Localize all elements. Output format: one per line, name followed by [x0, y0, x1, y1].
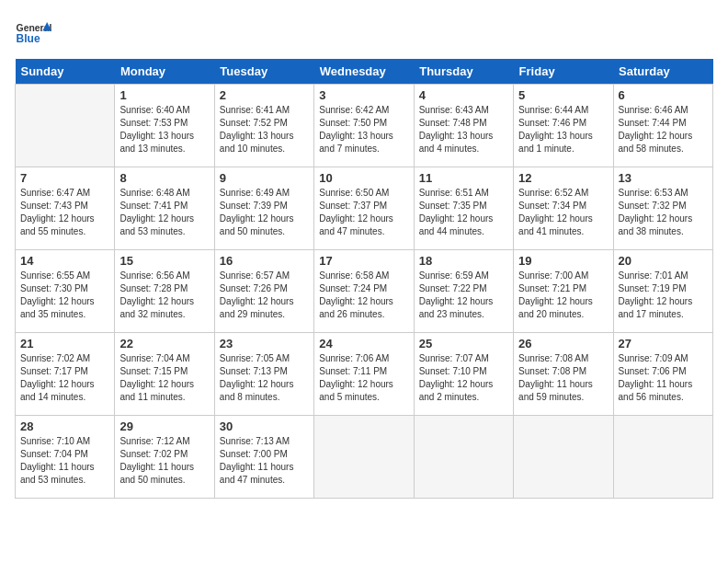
day-number: 4: [419, 88, 508, 102]
day-info: Sunrise: 6:43 AM Sunset: 7:48 PM Dayligh…: [419, 104, 508, 155]
daylight-text: Daylight: 12 hours and 47 minutes.: [319, 213, 408, 238]
day-number: 29: [119, 419, 209, 433]
sunrise-text: Sunrise: 7:06 AM: [319, 352, 408, 365]
day-number: 13: [619, 171, 708, 185]
sunrise-text: Sunrise: 6:42 AM: [319, 104, 408, 117]
day-info: Sunrise: 7:10 AM Sunset: 7:04 PM Dayligh…: [20, 435, 109, 487]
daylight-text: Daylight: 12 hours and 14 minutes.: [20, 378, 109, 404]
sunrise-text: Sunrise: 7:05 AM: [220, 352, 309, 365]
sunset-text: Sunset: 7:41 PM: [119, 200, 209, 213]
day-number: 18: [419, 254, 508, 268]
weekday-header-saturday: Saturday: [613, 59, 712, 85]
day-info: Sunrise: 6:47 AM Sunset: 7:43 PM Dayligh…: [20, 187, 109, 238]
calendar-cell: 5 Sunrise: 6:44 AM Sunset: 7:46 PM Dayli…: [514, 85, 613, 167]
calendar-row: 1 Sunrise: 6:40 AM Sunset: 7:53 PM Dayli…: [16, 85, 713, 167]
daylight-text: Daylight: 12 hours and 38 minutes.: [619, 213, 708, 238]
sunrise-text: Sunrise: 6:50 AM: [319, 187, 408, 200]
sunset-text: Sunset: 7:52 PM: [220, 117, 309, 130]
day-info: Sunrise: 6:53 AM Sunset: 7:32 PM Dayligh…: [619, 187, 708, 238]
day-info: Sunrise: 6:48 AM Sunset: 7:41 PM Dayligh…: [119, 187, 209, 238]
calendar-cell: 29 Sunrise: 7:12 AM Sunset: 7:02 PM Dayl…: [115, 416, 214, 499]
calendar-cell: 18 Sunrise: 6:59 AM Sunset: 7:22 PM Dayl…: [414, 250, 513, 333]
day-number: 2: [220, 88, 309, 102]
calendar-row: 14 Sunrise: 6:55 AM Sunset: 7:30 PM Dayl…: [16, 250, 713, 333]
sunrise-text: Sunrise: 6:44 AM: [518, 104, 608, 117]
sunrise-text: Sunrise: 7:10 AM: [20, 435, 109, 448]
day-info: Sunrise: 6:55 AM Sunset: 7:30 PM Dayligh…: [20, 270, 109, 321]
calendar-cell: 15 Sunrise: 6:56 AM Sunset: 7:28 PM Dayl…: [115, 250, 214, 333]
day-info: Sunrise: 6:41 AM Sunset: 7:52 PM Dayligh…: [220, 104, 309, 155]
daylight-text: Daylight: 13 hours and 10 minutes.: [220, 130, 309, 155]
sunrise-text: Sunrise: 7:02 AM: [20, 352, 109, 365]
weekday-header-sunday: Sunday: [16, 59, 115, 85]
daylight-text: Daylight: 13 hours and 7 minutes.: [319, 130, 408, 155]
calendar-cell: 3 Sunrise: 6:42 AM Sunset: 7:50 PM Dayli…: [314, 85, 414, 167]
sunset-text: Sunset: 7:00 PM: [220, 448, 309, 461]
sunset-text: Sunset: 7:06 PM: [619, 365, 708, 378]
calendar-cell: 8 Sunrise: 6:48 AM Sunset: 7:41 PM Dayli…: [115, 167, 214, 250]
calendar-cell: 6 Sunrise: 6:46 AM Sunset: 7:44 PM Dayli…: [613, 85, 712, 167]
sunrise-text: Sunrise: 6:51 AM: [419, 187, 508, 200]
calendar-cell: 26 Sunrise: 7:08 AM Sunset: 7:08 PM Dayl…: [514, 333, 613, 416]
day-info: Sunrise: 7:09 AM Sunset: 7:06 PM Dayligh…: [619, 352, 708, 404]
day-number: 20: [619, 254, 708, 268]
calendar-cell: [414, 416, 513, 499]
day-number: 7: [20, 171, 109, 185]
day-info: Sunrise: 6:42 AM Sunset: 7:50 PM Dayligh…: [319, 104, 408, 155]
sunset-text: Sunset: 7:15 PM: [119, 365, 209, 378]
sunrise-text: Sunrise: 6:53 AM: [619, 187, 708, 200]
sunset-text: Sunset: 7:48 PM: [419, 117, 508, 130]
calendar-cell: 12 Sunrise: 6:52 AM Sunset: 7:34 PM Dayl…: [514, 167, 613, 250]
weekday-header-friday: Friday: [514, 59, 613, 85]
day-number: 11: [419, 171, 508, 185]
sunrise-text: Sunrise: 6:46 AM: [619, 104, 708, 117]
calendar-cell: 21 Sunrise: 7:02 AM Sunset: 7:17 PM Dayl…: [16, 333, 115, 416]
day-number: 22: [119, 337, 209, 350]
calendar-cell: 23 Sunrise: 7:05 AM Sunset: 7:13 PM Dayl…: [214, 333, 313, 416]
day-number: 10: [319, 171, 408, 185]
day-number: 23: [220, 337, 309, 350]
daylight-text: Daylight: 12 hours and 50 minutes.: [220, 213, 309, 238]
sunset-text: Sunset: 7:24 PM: [319, 282, 408, 295]
daylight-text: Daylight: 12 hours and 35 minutes.: [20, 295, 109, 321]
daylight-text: Daylight: 12 hours and 58 minutes.: [619, 130, 708, 155]
weekday-header-monday: Monday: [115, 59, 214, 85]
sunset-text: Sunset: 7:26 PM: [220, 282, 309, 295]
sunset-text: Sunset: 7:02 PM: [119, 448, 209, 461]
day-info: Sunrise: 6:59 AM Sunset: 7:22 PM Dayligh…: [419, 270, 508, 321]
day-info: Sunrise: 6:46 AM Sunset: 7:44 PM Dayligh…: [619, 104, 708, 155]
sunset-text: Sunset: 7:32 PM: [619, 200, 708, 213]
day-number: 26: [518, 337, 608, 350]
sunset-text: Sunset: 7:17 PM: [20, 365, 109, 378]
sunrise-text: Sunrise: 7:01 AM: [619, 270, 708, 282]
page-header: General Blue: [15, 15, 713, 52]
calendar-cell: 24 Sunrise: 7:06 AM Sunset: 7:11 PM Dayl…: [314, 333, 414, 416]
daylight-text: Daylight: 12 hours and 55 minutes.: [20, 213, 109, 238]
day-number: 19: [518, 254, 608, 268]
daylight-text: Daylight: 12 hours and 5 minutes.: [319, 378, 408, 404]
weekday-header-thursday: Thursday: [414, 59, 513, 85]
day-info: Sunrise: 7:04 AM Sunset: 7:15 PM Dayligh…: [119, 352, 209, 404]
sunrise-text: Sunrise: 6:40 AM: [119, 104, 209, 117]
sunset-text: Sunset: 7:19 PM: [619, 282, 708, 295]
daylight-text: Daylight: 12 hours and 11 minutes.: [119, 378, 209, 404]
daylight-text: Daylight: 11 hours and 56 minutes.: [619, 378, 708, 404]
day-info: Sunrise: 7:08 AM Sunset: 7:08 PM Dayligh…: [518, 352, 608, 404]
day-number: 24: [319, 337, 408, 350]
sunrise-text: Sunrise: 6:41 AM: [220, 104, 309, 117]
sunrise-text: Sunrise: 6:58 AM: [319, 270, 408, 282]
sunset-text: Sunset: 7:13 PM: [220, 365, 309, 378]
daylight-text: Daylight: 12 hours and 8 minutes.: [220, 378, 309, 404]
daylight-text: Daylight: 12 hours and 2 minutes.: [419, 378, 508, 404]
calendar-cell: 17 Sunrise: 6:58 AM Sunset: 7:24 PM Dayl…: [314, 250, 414, 333]
day-number: 5: [518, 88, 608, 102]
sunrise-text: Sunrise: 6:59 AM: [419, 270, 508, 282]
calendar-row: 28 Sunrise: 7:10 AM Sunset: 7:04 PM Dayl…: [16, 416, 713, 499]
calendar-cell: [613, 416, 712, 499]
calendar-table: SundayMondayTuesdayWednesdayThursdayFrid…: [15, 59, 713, 499]
calendar-cell: 9 Sunrise: 6:49 AM Sunset: 7:39 PM Dayli…: [214, 167, 313, 250]
sunrise-text: Sunrise: 7:09 AM: [619, 352, 708, 365]
sunrise-text: Sunrise: 6:49 AM: [220, 187, 309, 200]
sunrise-text: Sunrise: 6:48 AM: [119, 187, 209, 200]
logo-icon: General Blue: [15, 15, 51, 52]
